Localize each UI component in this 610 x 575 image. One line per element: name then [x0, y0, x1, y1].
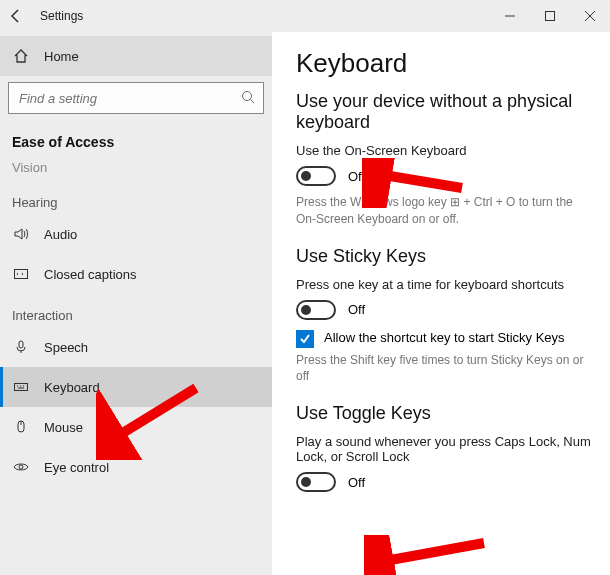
- sidebar-item-audio[interactable]: Audio: [0, 214, 272, 254]
- minimize-button[interactable]: [490, 0, 530, 32]
- sidebar-section-title: Ease of Access: [0, 120, 272, 158]
- close-button[interactable]: [570, 0, 610, 32]
- window-title: Settings: [40, 9, 83, 23]
- section-onscreen-heading: Use your device without a physical keybo…: [296, 91, 594, 133]
- section-toggle-heading: Use Toggle Keys: [296, 403, 594, 424]
- home-icon: [12, 47, 30, 65]
- sticky-toggle[interactable]: [296, 300, 336, 320]
- page-title: Keyboard: [296, 48, 594, 79]
- sidebar-group-interaction: Interaction: [0, 294, 272, 327]
- svg-point-11: [19, 465, 23, 469]
- toggle-keys-toggle[interactable]: [296, 472, 336, 492]
- svg-rect-7: [19, 341, 23, 348]
- sticky-label: Press one key at a time for keyboard sho…: [296, 277, 594, 292]
- sidebar-item-closed-captions[interactable]: Closed captions: [0, 254, 272, 294]
- onscreen-label: Use the On-Screen Keyboard: [296, 143, 594, 158]
- back-button[interactable]: [0, 0, 32, 32]
- mouse-icon: [12, 418, 30, 436]
- svg-rect-6: [15, 270, 28, 279]
- maximize-button[interactable]: [530, 0, 570, 32]
- sidebar-item-label: Eye control: [44, 460, 109, 475]
- sidebar-group-vision: Vision: [0, 160, 272, 181]
- sidebar-item-speech[interactable]: Speech: [0, 327, 272, 367]
- microphone-icon: [12, 338, 30, 356]
- sidebar-item-label: Mouse: [44, 420, 83, 435]
- sidebar-item-label: Keyboard: [44, 380, 100, 395]
- sticky-hint: Press the Shift key five times to turn S…: [296, 352, 594, 386]
- captions-icon: [12, 265, 30, 283]
- svg-rect-1: [546, 12, 555, 21]
- sidebar-item-label: Closed captions: [44, 267, 137, 282]
- sidebar-item-mouse[interactable]: Mouse: [0, 407, 272, 447]
- sidebar-item-keyboard[interactable]: Keyboard: [0, 367, 272, 407]
- onscreen-toggle-state: Off: [348, 169, 365, 184]
- search-icon: [241, 90, 255, 107]
- sticky-shortcut-label: Allow the shortcut key to start Sticky K…: [324, 330, 565, 345]
- svg-point-4: [243, 91, 252, 100]
- speaker-icon: [12, 225, 30, 243]
- sidebar-item-label: Speech: [44, 340, 88, 355]
- sidebar-item-label: Audio: [44, 227, 77, 242]
- sidebar-item-label: Home: [44, 49, 79, 64]
- toggle-keys-label: Play a sound whenever you press Caps Loc…: [296, 434, 594, 464]
- svg-rect-8: [15, 384, 28, 391]
- toggle-keys-state: Off: [348, 475, 365, 490]
- section-sticky-heading: Use Sticky Keys: [296, 246, 594, 267]
- titlebar: Settings: [0, 0, 610, 32]
- sidebar-item-eye-control[interactable]: Eye control: [0, 447, 272, 487]
- search-input[interactable]: [17, 90, 241, 107]
- onscreen-toggle[interactable]: [296, 166, 336, 186]
- sticky-toggle-state: Off: [348, 302, 365, 317]
- keyboard-icon: [12, 378, 30, 396]
- sidebar-group-hearing: Hearing: [0, 181, 272, 214]
- sidebar: Home Ease of Access Vision Hearing Audio…: [0, 32, 272, 575]
- sidebar-item-home[interactable]: Home: [0, 36, 272, 76]
- sticky-shortcut-checkbox[interactable]: [296, 330, 314, 348]
- search-input-wrap[interactable]: [8, 82, 264, 114]
- content-pane: Keyboard Use your device without a physi…: [272, 32, 610, 575]
- svg-line-5: [251, 99, 255, 103]
- eye-icon: [12, 458, 30, 476]
- onscreen-hint: Press the Windows logo key ⊞ + Ctrl + O …: [296, 194, 594, 228]
